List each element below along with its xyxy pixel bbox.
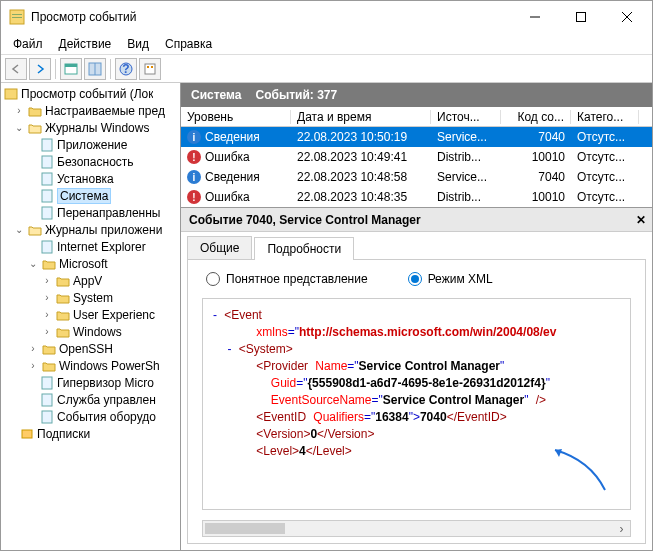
log-icon [39, 239, 55, 255]
header-title: Система [191, 88, 242, 102]
folder-icon [41, 256, 57, 272]
events-grid[interactable]: Уровень Дата и время Источ... Код со... … [181, 107, 652, 208]
cell-code: 10010 [501, 190, 571, 204]
tree-microsoft[interactable]: ⌄Microsoft [1, 255, 180, 272]
cell-datetime: 22.08.2023 10:48:35 [291, 190, 431, 204]
tree-hypervisor[interactable]: Гипервизор Micro [1, 374, 180, 391]
expand-icon[interactable]: › [13, 105, 25, 116]
col-datetime[interactable]: Дата и время [291, 110, 431, 124]
expand-icon[interactable]: › [27, 360, 39, 371]
radio-friendly[interactable]: Понятное представление [206, 272, 368, 286]
properties-button[interactable] [60, 58, 82, 80]
event-title-bar: Событие 7040, Service Control Manager ✕ [181, 208, 652, 232]
log-icon [39, 188, 55, 204]
xml-view[interactable]: - <Event xmlns="http://schemas.microsoft… [202, 298, 631, 510]
cell-level: Сведения [205, 130, 260, 144]
tree-openssh[interactable]: ›OpenSSH [1, 340, 180, 357]
tree-application[interactable]: Приложение [1, 136, 180, 153]
cell-source: Distrib... [431, 190, 501, 204]
tree-windows[interactable]: ›Windows [1, 323, 180, 340]
tree-app-logs[interactable]: ⌄Журналы приложени [1, 221, 180, 238]
folder-open-icon [27, 222, 43, 238]
svg-rect-17 [42, 139, 52, 151]
close-button[interactable] [604, 2, 650, 32]
tree-windows-logs[interactable]: ⌄Журналы Windows [1, 119, 180, 136]
cell-source: Service... [431, 130, 501, 144]
maximize-button[interactable] [558, 2, 604, 32]
cell-datetime: 22.08.2023 10:49:41 [291, 150, 431, 164]
expand-icon[interactable]: › [41, 309, 53, 320]
tree-root[interactable]: Просмотр событий (Лок [1, 85, 180, 102]
expand-icon[interactable]: › [41, 326, 53, 337]
col-level[interactable]: Уровень [181, 110, 291, 124]
back-button[interactable] [5, 58, 27, 80]
table-row[interactable]: iСведения22.08.2023 10:50:19Service...70… [181, 127, 652, 147]
collapse-icon[interactable]: ⌄ [27, 258, 39, 269]
radio-icon [206, 272, 220, 286]
toolbar-separator [110, 59, 111, 79]
refresh-button[interactable] [139, 58, 161, 80]
svg-rect-18 [42, 156, 52, 168]
cell-code: 7040 [501, 170, 571, 184]
tree-system[interactable]: Система [1, 187, 180, 204]
view-button[interactable] [84, 58, 106, 80]
col-category[interactable]: Катего... [571, 110, 639, 124]
menu-file[interactable]: Файл [5, 35, 51, 53]
collapse-icon[interactable]: ⌄ [13, 224, 25, 235]
details-tabs: Общие Подробности [181, 232, 652, 259]
title-bar: Просмотр событий [1, 1, 652, 33]
col-source[interactable]: Источ... [431, 110, 501, 124]
scroll-thumb[interactable] [205, 523, 285, 534]
tree-powershell[interactable]: ›Windows PowerSh [1, 357, 180, 374]
col-code[interactable]: Код со... [501, 110, 571, 124]
menu-action[interactable]: Действие [51, 35, 120, 53]
eventviewer-icon [3, 86, 19, 102]
table-row[interactable]: !Ошибка22.08.2023 10:49:41Distrib...1001… [181, 147, 652, 167]
radio-xml[interactable]: Режим XML [408, 272, 493, 286]
subscriptions-icon [19, 426, 35, 442]
table-row[interactable]: iСведения22.08.2023 10:48:58Service...70… [181, 167, 652, 187]
tree-custom-views[interactable]: ›Настраиваемые пред [1, 102, 180, 119]
app-icon [9, 9, 25, 25]
expand-icon[interactable]: › [27, 343, 39, 354]
log-icon [39, 409, 55, 425]
table-row[interactable]: !Ошибка22.08.2023 10:48:35Distrib...1001… [181, 187, 652, 207]
expand-icon[interactable]: › [41, 292, 53, 303]
event-title: Событие 7040, Service Control Manager [189, 213, 421, 227]
help-button[interactable]: ? [115, 58, 137, 80]
cell-category: Отсутс... [571, 170, 639, 184]
svg-rect-14 [147, 66, 149, 68]
svg-rect-1 [12, 14, 22, 15]
window-title: Просмотр событий [31, 10, 512, 24]
tab-details[interactable]: Подробности [254, 237, 354, 260]
tree-system-node[interactable]: ›System [1, 289, 180, 306]
navigation-tree[interactable]: Просмотр событий (Лок ›Настраиваемые пре… [1, 83, 181, 550]
tree-hardware-events[interactable]: События оборудо [1, 408, 180, 425]
folder-icon [55, 324, 71, 340]
cell-category: Отсутс... [571, 190, 639, 204]
tree-appv[interactable]: ›AppV [1, 272, 180, 289]
scroll-right-icon[interactable]: › [613, 521, 630, 536]
tree-ie[interactable]: Internet Explorer [1, 238, 180, 255]
svg-rect-26 [22, 430, 32, 438]
menu-view[interactable]: Вид [119, 35, 157, 53]
menu-help[interactable]: Справка [157, 35, 220, 53]
collapse-icon[interactable]: ⌄ [13, 122, 25, 133]
tree-forwarded[interactable]: Перенаправленны [1, 204, 180, 221]
tree-subscriptions[interactable]: Подписки [1, 425, 180, 442]
close-details-button[interactable]: ✕ [636, 213, 646, 227]
expand-icon[interactable]: › [41, 275, 53, 286]
cell-level: Сведения [205, 170, 260, 184]
tree-service-manager[interactable]: Служба управлен [1, 391, 180, 408]
tree-security[interactable]: Безопасность [1, 153, 180, 170]
svg-rect-20 [42, 190, 52, 202]
cell-source: Service... [431, 170, 501, 184]
minimize-button[interactable] [512, 2, 558, 32]
tab-general[interactable]: Общие [187, 236, 252, 259]
horizontal-scrollbar[interactable]: ‹› [202, 520, 631, 537]
tree-user-experience[interactable]: ›User Experienc [1, 306, 180, 323]
forward-button[interactable] [29, 58, 51, 80]
tree-setup[interactable]: Установка [1, 170, 180, 187]
grid-header: Уровень Дата и время Источ... Код со... … [181, 107, 652, 127]
svg-rect-22 [42, 241, 52, 253]
